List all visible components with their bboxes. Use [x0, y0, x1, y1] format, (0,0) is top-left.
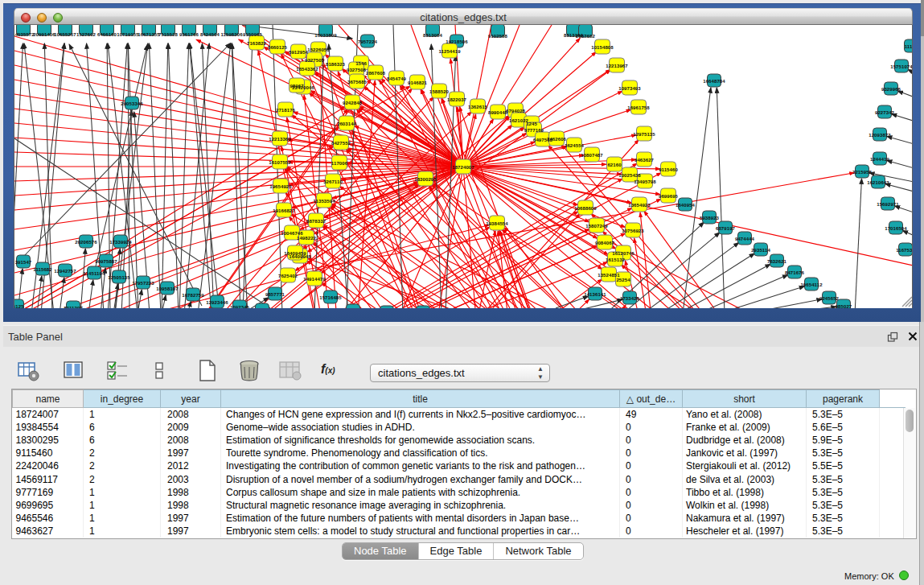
svg-text:18300295: 18300295: [414, 177, 437, 182]
svg-text:9361766: 9361766: [179, 32, 199, 37]
svg-text:14914479: 14914479: [303, 277, 326, 282]
svg-text:8813054: 8813054: [423, 33, 443, 38]
svg-text:10688609: 10688609: [574, 206, 597, 211]
svg-text:7625402: 7625402: [278, 274, 298, 278]
svg-text:9242848: 9242848: [343, 101, 363, 105]
svg-text:3215958: 3215958: [852, 170, 873, 175]
svg-text:9115460: 9115460: [659, 167, 678, 172]
svg-text:13495798: 13495798: [634, 179, 656, 184]
svg-text:8471676: 8471676: [785, 270, 805, 275]
svg-text:15226058: 15226058: [307, 47, 330, 52]
svg-text:10654112: 10654112: [800, 282, 823, 287]
svg-text:16120746: 16120746: [612, 251, 634, 256]
svg-text:1733426: 1733426: [620, 296, 640, 301]
svg-text:9150965: 9150965: [243, 32, 263, 37]
svg-text:1546: 1546: [355, 61, 367, 66]
svg-text:8878332: 8878332: [306, 219, 326, 224]
svg-text:1362615: 1362615: [468, 105, 488, 109]
svg-text:12975135: 12975135: [633, 132, 655, 137]
svg-text:7957224: 7957224: [358, 39, 378, 44]
svg-text:1092345: 1092345: [230, 305, 250, 308]
svg-text:7515528: 7515528: [158, 32, 179, 37]
svg-text:16033809: 16033809: [314, 33, 337, 38]
svg-text:9084067: 9084067: [595, 241, 615, 245]
svg-text:5938923: 5938923: [700, 216, 720, 220]
svg-text:7632621: 7632621: [767, 259, 787, 264]
svg-text:20991406: 20991406: [33, 32, 55, 37]
svg-text:2935114: 2935114: [751, 248, 770, 253]
svg-text:15692971: 15692971: [877, 202, 899, 207]
svg-text:16543362: 16543362: [296, 67, 318, 72]
svg-text:12213369: 12213369: [269, 137, 291, 142]
svg-text:90975887: 90975887: [95, 259, 117, 264]
svg-text:96125: 96125: [14, 304, 24, 308]
svg-text:14136141: 14136141: [584, 292, 606, 297]
svg-text:15751074: 15751074: [890, 64, 913, 69]
svg-text:8427552: 8427552: [331, 141, 351, 146]
svg-text:12505135: 12505135: [108, 275, 130, 280]
svg-text:6794028: 6794028: [506, 109, 526, 113]
svg-text:15716485: 15716485: [319, 295, 342, 300]
svg-text:117006: 117006: [331, 161, 348, 166]
svg-text:391547: 391547: [15, 260, 32, 265]
svg-text:1244419: 1244419: [870, 157, 890, 162]
svg-text:10973493: 10973493: [618, 86, 641, 91]
svg-text:15807249: 15807249: [585, 224, 608, 229]
svg-text:1527602: 1527602: [76, 32, 97, 37]
svg-text:19218506: 19218506: [446, 39, 468, 44]
svg-text:8912954: 8912954: [289, 50, 309, 55]
svg-text:19166827: 19166827: [273, 208, 295, 213]
svg-text:20206576: 20206576: [75, 240, 97, 245]
svg-text:8660125: 8660125: [268, 45, 288, 50]
svg-text:12942757: 12942757: [54, 269, 76, 274]
svg-text:16409459: 16409459: [284, 251, 306, 256]
svg-text:2603144: 2603144: [337, 122, 357, 126]
svg-text:8311207: 8311207: [64, 306, 83, 308]
svg-text:985027: 985027: [836, 304, 852, 308]
svg-text:16961758: 16961758: [627, 105, 650, 110]
svg-text:8990448: 8990448: [488, 110, 508, 115]
svg-text:13654923: 13654923: [628, 203, 651, 208]
svg-text:6466160: 6466160: [97, 32, 117, 37]
svg-text:1588520: 1588520: [429, 89, 450, 94]
svg-text:9227342: 9227342: [875, 110, 895, 115]
svg-text:9463627: 9463627: [634, 158, 655, 163]
svg-text:10719155: 10719155: [117, 32, 139, 37]
svg-text:25254: 25254: [616, 278, 630, 282]
svg-text:18724007: 18724007: [452, 165, 474, 170]
svg-text:9699695: 9699695: [659, 194, 679, 199]
svg-text:6879197: 6879197: [716, 226, 736, 231]
svg-text:16210643: 16210643: [867, 180, 889, 185]
svg-text:2087652: 2087652: [576, 34, 596, 39]
svg-text:1498222: 1498222: [297, 236, 317, 241]
svg-text:17016504: 17016504: [885, 226, 907, 231]
svg-text:9327508: 9327508: [347, 68, 367, 72]
svg-text:10756923: 10756923: [622, 229, 644, 233]
svg-text:19654925: 19654925: [269, 184, 292, 189]
svg-text:9245652: 9245652: [819, 296, 840, 301]
svg-text:1115682: 1115682: [33, 267, 52, 272]
svg-text:8454749: 8454749: [387, 76, 407, 81]
svg-text:10958107: 10958107: [156, 286, 179, 291]
svg-text:62160: 62160: [607, 163, 622, 167]
svg-text:2867608: 2867608: [366, 71, 386, 76]
svg-text:9327505: 9327505: [305, 58, 325, 63]
svg-text:3624554: 3624554: [565, 143, 585, 148]
svg-text:2718176: 2718176: [276, 108, 296, 113]
svg-text:9474444: 9474444: [735, 237, 755, 241]
svg-text:9857771: 9857771: [265, 292, 285, 297]
svg-text:9102558: 9102558: [488, 34, 508, 39]
svg-text:1822037: 1822037: [447, 97, 467, 102]
svg-text:12093873: 12093873: [869, 133, 891, 138]
svg-text:16648784: 16648784: [703, 79, 725, 84]
svg-text:1167534: 1167534: [896, 248, 913, 253]
svg-text:11172: 11172: [905, 44, 913, 49]
svg-text:12923446: 12923446: [206, 300, 228, 305]
svg-text:1640954: 1640954: [676, 203, 696, 208]
svg-text:11451194: 11451194: [84, 271, 105, 276]
svg-text:98967: 98967: [290, 84, 304, 89]
svg-text:12213967: 12213967: [606, 64, 628, 68]
svg-text:3267110: 3267110: [323, 179, 343, 184]
svg-text:1245: 1245: [526, 122, 537, 126]
svg-text:11598306: 11598306: [220, 32, 243, 37]
